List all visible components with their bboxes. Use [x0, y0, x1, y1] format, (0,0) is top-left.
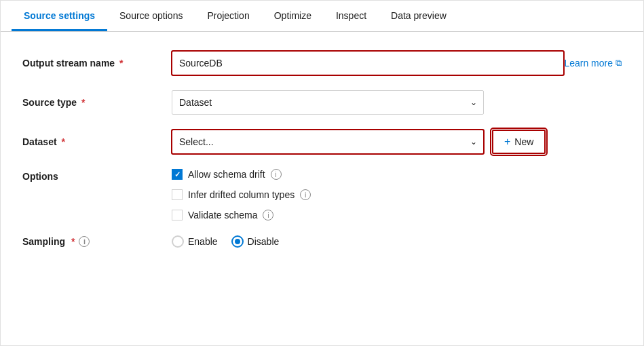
allow-schema-drift-option: Allow schema drift i	[172, 169, 311, 180]
required-indicator: *	[79, 97, 85, 108]
output-stream-name-label: Output stream name *	[22, 58, 172, 69]
tab-optimize[interactable]: Optimize	[262, 1, 324, 31]
learn-more-link[interactable]: Learn more ⧉	[564, 58, 622, 69]
sampling-label: Sampling * i	[22, 236, 172, 247]
allow-schema-drift-checkbox[interactable]	[172, 169, 183, 180]
sampling-enable-label: Enable	[188, 236, 218, 247]
tab-source-options[interactable]: Source options	[107, 1, 195, 31]
sampling-disable-radio[interactable]	[231, 235, 244, 248]
sampling-radio-group: Enable Disable	[172, 235, 279, 248]
dataset-row: Dataset * Select... ⌄ + New	[22, 130, 622, 154]
infer-drifted-checkbox[interactable]	[172, 189, 183, 200]
dataset-control: Select... ⌄ + New	[172, 130, 622, 154]
required-indicator: *	[117, 58, 123, 69]
validate-schema-checkbox[interactable]	[172, 210, 183, 220]
source-type-select[interactable]: Dataset Inline	[172, 90, 484, 115]
required-indicator: *	[59, 136, 65, 147]
sampling-disable-option[interactable]: Disable	[231, 235, 280, 248]
sampling-info-icon[interactable]: i	[79, 236, 90, 247]
validate-schema-option: Validate schema i	[172, 210, 311, 220]
dataset-select-wrapper: Select... ⌄	[172, 130, 484, 154]
sampling-disable-label: Disable	[248, 236, 280, 247]
options-list: Allow schema drift i Infer drifted colum…	[172, 169, 311, 220]
options-label: Options	[22, 169, 172, 182]
tab-projection[interactable]: Projection	[195, 1, 261, 31]
required-indicator: *	[71, 236, 75, 247]
infer-drifted-label: Infer drifted column types	[188, 189, 295, 200]
stream-input-area: Learn more ⧉	[172, 51, 622, 75]
source-type-control: Dataset Inline ⌄	[172, 90, 622, 115]
dataset-select[interactable]: Select...	[172, 130, 484, 154]
tab-bar: Source settingsSource optionsProjectionO…	[1, 1, 643, 32]
form-content: Output stream name * Learn more ⧉ Source…	[1, 32, 643, 282]
dataset-label: Dataset *	[22, 136, 172, 147]
tab-source-settings[interactable]: Source settings	[12, 1, 107, 31]
validate-schema-label: Validate schema	[188, 210, 257, 220]
plus-icon: +	[504, 136, 510, 148]
tab-inspect[interactable]: Inspect	[324, 1, 379, 31]
tab-data-preview[interactable]: Data preview	[379, 1, 459, 31]
allow-schema-drift-label: Allow schema drift	[188, 169, 265, 180]
infer-drifted-info-icon[interactable]: i	[300, 189, 311, 200]
output-stream-name-row: Output stream name * Learn more ⧉	[22, 51, 622, 75]
allow-schema-drift-info-icon[interactable]: i	[271, 169, 282, 180]
sampling-row: Sampling * i Enable Disable	[22, 235, 622, 248]
new-button-label: New	[514, 136, 533, 147]
main-container: Source settingsSource optionsProjectionO…	[0, 0, 644, 346]
validate-schema-info-icon[interactable]: i	[263, 210, 273, 220]
external-link-icon: ⧉	[615, 58, 622, 69]
output-stream-name-input[interactable]	[172, 51, 564, 75]
infer-drifted-option: Infer drifted column types i	[172, 189, 311, 200]
options-row: Options Allow schema drift i Infer drift…	[22, 169, 622, 220]
source-type-select-wrapper: Dataset Inline ⌄	[172, 90, 484, 115]
new-button[interactable]: + New	[492, 130, 546, 154]
source-type-label: Source type *	[22, 97, 172, 108]
source-type-row: Source type * Dataset Inline ⌄	[22, 90, 622, 115]
sampling-enable-radio[interactable]	[172, 235, 184, 248]
sampling-enable-option[interactable]: Enable	[172, 235, 218, 248]
